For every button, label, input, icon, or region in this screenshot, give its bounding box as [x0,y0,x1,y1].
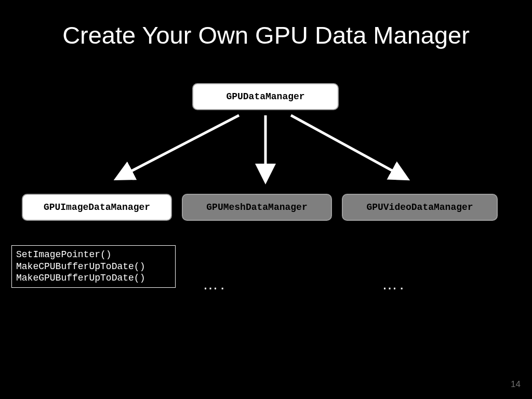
placeholder-mesh: …. [203,275,227,293]
svg-line-0 [121,115,239,177]
svg-line-2 [291,115,403,177]
node-gpuvideodatamanager: GPUVideoDataManager [342,194,498,221]
node-gpuimagedatamanager: GPUImageDataManager [22,194,172,221]
node-gpumeshdatamanager: GPUMeshDataManager [182,194,332,221]
page-number: 14 [511,379,521,390]
placeholder-video: …. [382,275,406,293]
code-image-methods: SetImagePointer() MakeCPUBufferUpToDate(… [11,245,176,288]
slide-title: Create Your Own GPU Data Manager [0,21,532,49]
node-gpudatamanager: GPUDataManager [192,83,339,110]
